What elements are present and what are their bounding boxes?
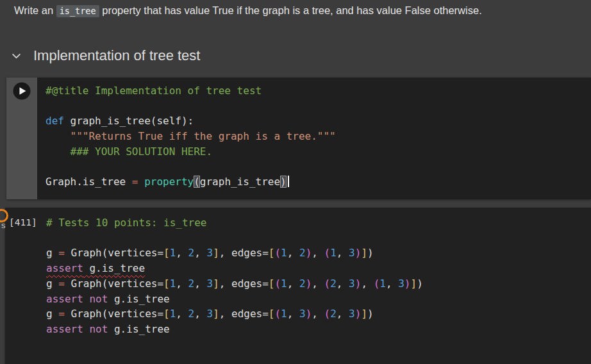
code-token: 1 <box>170 277 176 290</box>
code-token: ) <box>367 247 374 259</box>
code-token: #@title Implementation of tree test <box>46 85 262 97</box>
code-token: ) <box>355 247 362 259</box>
code-line[interactable]: """Returns True iff the graph is a tree.… <box>46 129 591 144</box>
code-editor-tests[interactable]: # Tests 10 points: is_tree g = Graph(ver… <box>5 208 591 337</box>
code-token: ( <box>374 277 380 290</box>
code-token: g <box>46 308 58 320</box>
code-token: graph_is_tree <box>200 176 280 188</box>
code-token: ( <box>194 176 200 188</box>
code-token: assert <box>46 293 83 305</box>
code-token: , <box>287 247 299 259</box>
code-token: ) <box>355 308 362 320</box>
code-line[interactable]: assert not g.is_tree <box>46 322 591 337</box>
notebook-page: Write an is_tree property that has value… <box>0 0 591 364</box>
code-token: Graph(vertices= <box>65 247 163 259</box>
clipped-letter-fragment: s <box>1 220 6 230</box>
code-line[interactable]: g = Graph(vertices=[1, 2, 3], edges=[(1,… <box>46 276 591 292</box>
prompt-text-after: property that has value True if the grap… <box>99 4 482 16</box>
code-token: Graph(vertices= <box>65 308 163 320</box>
code-token: g.is_tree <box>108 293 169 305</box>
code-token: = <box>132 176 138 188</box>
code-token: graph_is_tree(self): <box>64 115 194 127</box>
cell-gutter <box>6 78 37 199</box>
code-token: , <box>361 277 373 290</box>
code-token: = <box>58 247 65 259</box>
code-token: ( <box>324 308 331 320</box>
code-token: not <box>89 293 108 305</box>
code-token: [ <box>163 308 170 320</box>
inline-code-is-tree: is_tree <box>56 5 99 17</box>
exercise-prompt: Write an is_tree property that has value… <box>0 0 591 17</box>
code-token: ) <box>306 247 312 259</box>
code-token: ### YOUR SOLUTION HERE. <box>71 145 213 158</box>
code-token: 1 <box>170 308 176 320</box>
code-token <box>138 176 145 188</box>
code-token: = <box>58 308 65 320</box>
run-cell-button[interactable] <box>13 82 31 100</box>
code-line[interactable]: #@title Implementation of tree test <box>46 83 591 99</box>
code-token: , <box>176 247 188 259</box>
code-line[interactable] <box>46 99 591 114</box>
section-title: Implementation of tree test <box>33 47 200 64</box>
code-line[interactable] <box>46 160 591 175</box>
code-token: 3 <box>299 308 306 320</box>
code-token: , <box>337 308 349 320</box>
code-token: 1 <box>330 247 337 259</box>
execution-count: [411] <box>9 215 37 231</box>
code-token: not <box>89 323 108 335</box>
code-token: = <box>58 277 65 290</box>
code-token: ) <box>417 277 423 290</box>
code-cell-implementation: #@title Implementation of tree test def … <box>6 78 591 199</box>
code-token: ] <box>361 247 367 259</box>
code-line[interactable]: # Tests 10 points: is_tree <box>46 215 591 231</box>
code-token: , <box>312 277 324 290</box>
code-token: ] <box>213 308 219 320</box>
code-line[interactable]: g = Graph(vertices=[1, 2, 3], edges=[(1,… <box>46 245 591 261</box>
code-token: ) <box>355 277 362 290</box>
code-token: 3 <box>349 308 355 320</box>
code-token: # Tests 10 points: is_tree <box>46 217 206 229</box>
code-token: 2 <box>188 277 195 290</box>
code-token <box>83 293 90 305</box>
code-token: ] <box>410 277 417 290</box>
code-token: g <box>46 247 58 259</box>
text-cursor <box>288 176 289 187</box>
code-line[interactable] <box>46 231 591 246</box>
code-token: 3 <box>206 247 213 259</box>
code-line[interactable]: Graph.is_tree = property(graph_is_tree) <box>46 174 591 190</box>
code-token: ) <box>306 277 312 290</box>
code-token: 1 <box>281 308 287 320</box>
code-token: , edges= <box>219 308 269 320</box>
code-token: assert <box>46 323 83 335</box>
code-token: ) <box>367 308 374 320</box>
code-token: , <box>287 308 299 320</box>
code-token: 3 <box>349 277 355 290</box>
code-token: , <box>194 308 206 320</box>
code-line[interactable]: assert not g.is_tree <box>46 292 591 307</box>
code-line[interactable]: def graph_is_tree(self): <box>46 113 591 129</box>
code-token: ( <box>274 277 281 290</box>
code-token: 2 <box>330 277 337 290</box>
code-token: ] <box>213 247 219 259</box>
code-token: 2 <box>188 247 195 259</box>
code-token: 2 <box>330 308 337 320</box>
code-token: , <box>287 277 299 290</box>
chevron-down-icon[interactable] <box>10 50 22 62</box>
code-token: 1 <box>281 277 287 290</box>
code-token: , <box>176 308 188 320</box>
code-token: , <box>176 277 188 290</box>
code-token: 3 <box>206 308 213 320</box>
code-token: 3 <box>206 277 213 290</box>
code-line[interactable]: g = Graph(vertices=[1, 2, 3], edges=[(1,… <box>46 306 591 322</box>
code-token: , <box>312 247 324 259</box>
code-token: ( <box>274 247 281 259</box>
code-token: , <box>337 277 349 290</box>
code-editor-implementation[interactable]: #@title Implementation of tree test def … <box>37 78 591 199</box>
code-token: def <box>46 115 64 127</box>
code-token: property <box>144 176 194 188</box>
code-token: 1 <box>170 247 176 259</box>
code-token: """Returns True iff the graph is a tree.… <box>71 130 336 142</box>
code-token: ] <box>213 277 219 290</box>
code-line[interactable]: ### YOUR SOLUTION HERE. <box>46 144 591 160</box>
code-line[interactable]: assert g.is_tree <box>46 261 591 276</box>
